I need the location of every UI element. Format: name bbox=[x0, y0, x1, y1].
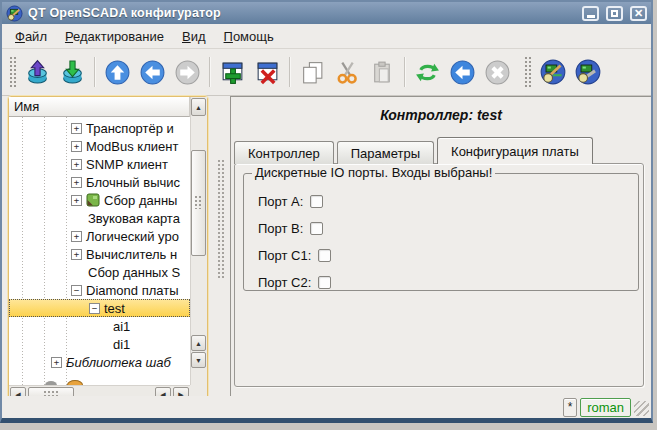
toolbar-separator bbox=[94, 57, 96, 87]
modified-indicator: * bbox=[563, 398, 577, 417]
menu-file[interactable]: Файл bbox=[8, 27, 54, 46]
tree-item-test-selected[interactable]: − test bbox=[9, 299, 190, 317]
stop-updating-button[interactable] bbox=[481, 54, 514, 90]
tree-item-sound-card[interactable]: Звуковая карта bbox=[9, 209, 190, 227]
close-button[interactable]: ✕ bbox=[630, 6, 647, 21]
nav-up-button[interactable] bbox=[101, 54, 134, 90]
tree-item-snmp[interactable]: + SNMP клиент bbox=[9, 155, 190, 173]
navigation-tree-panel: Имя + Транспортёр и + ModBus клиент + SN… bbox=[8, 96, 208, 402]
splitter-grip bbox=[217, 159, 224, 279]
tree-body: + Транспортёр и + ModBus клиент + SNMP к… bbox=[9, 117, 190, 385]
port-a-checkbox[interactable] bbox=[310, 195, 323, 208]
port-a-row: Порт A: bbox=[244, 188, 638, 215]
scroll-up-button[interactable]: ▲ bbox=[191, 335, 206, 351]
port-b-row: Порт B: bbox=[244, 215, 638, 242]
tab-board-configuration[interactable]: Конфигурация платы bbox=[437, 137, 593, 164]
groupbox-title: Дискретные IO порты. Входы выбраны! bbox=[252, 165, 495, 180]
refresh-icon bbox=[414, 59, 441, 86]
panel-splitter[interactable] bbox=[208, 96, 232, 402]
refresh-button[interactable] bbox=[411, 54, 444, 90]
port-c2-label: Порт C2: bbox=[258, 275, 311, 290]
tree-item-template-library[interactable]: + Библиотека шаб bbox=[9, 353, 190, 371]
page-title: Контроллер: test bbox=[231, 107, 651, 123]
port-c2-row: Порт C2: bbox=[244, 269, 638, 296]
port-c2-checkbox[interactable] bbox=[318, 276, 331, 289]
tree-item-logic-level[interactable]: + Логический уро bbox=[9, 227, 190, 245]
vertical-scroll-thumb[interactable] bbox=[191, 150, 206, 256]
app-window: QT OpenSCADA конфигуратор ✕ Файл Редакти… bbox=[0, 0, 653, 423]
data-acquisition-icon bbox=[86, 193, 100, 207]
tab-parameters[interactable]: Параметры bbox=[337, 141, 434, 164]
tree-item-transport[interactable]: + Транспортёр и bbox=[9, 119, 190, 137]
cut-icon bbox=[334, 59, 361, 86]
expand-plus-icon[interactable]: + bbox=[71, 231, 82, 242]
expand-plus-icon[interactable]: + bbox=[71, 159, 82, 170]
qtstarter-tools-button[interactable] bbox=[571, 54, 604, 90]
tree-vertical-scrollbar[interactable]: ▲ ▲ ▼ bbox=[190, 97, 207, 385]
app-icon bbox=[6, 5, 23, 22]
save-to-db-button[interactable] bbox=[56, 54, 89, 90]
load-from-db-icon bbox=[24, 59, 51, 86]
port-b-label: Порт B: bbox=[258, 221, 303, 236]
resize-grip[interactable] bbox=[634, 401, 649, 416]
tabbar: Контроллер Параметры Конфигурация платы bbox=[234, 137, 596, 164]
port-b-checkbox[interactable] bbox=[310, 222, 323, 235]
cut-item-button[interactable] bbox=[331, 54, 364, 90]
tree-item-ai1[interactable]: ai1 bbox=[9, 317, 190, 335]
save-to-db-icon bbox=[59, 59, 86, 86]
toolbar-separator bbox=[209, 57, 211, 87]
start-updating-icon bbox=[449, 59, 476, 86]
tree-item-block-calc[interactable]: + Блочный вычис bbox=[9, 173, 190, 191]
expand-plus-icon[interactable]: + bbox=[71, 177, 82, 188]
add-item-button[interactable] bbox=[216, 54, 249, 90]
paste-item-button[interactable] bbox=[366, 54, 399, 90]
nav-forward-button[interactable] bbox=[171, 54, 204, 90]
menu-view[interactable]: Вид bbox=[175, 27, 213, 46]
maximize-button[interactable] bbox=[606, 6, 623, 21]
titlebar[interactable]: QT OpenSCADA конфигуратор ✕ bbox=[2, 2, 651, 24]
menu-help[interactable]: Помощь bbox=[217, 27, 281, 46]
paste-icon bbox=[369, 59, 396, 86]
scroll-up-button[interactable]: ▲ bbox=[191, 98, 206, 116]
collapse-minus-icon[interactable]: − bbox=[89, 303, 100, 314]
tree-header-name[interactable]: Имя bbox=[9, 97, 190, 117]
toolbar bbox=[2, 49, 651, 96]
stop-updating-icon bbox=[484, 59, 511, 86]
expand-plus-icon[interactable]: + bbox=[71, 195, 82, 206]
tree-item-data-acquisition[interactable]: + Сбор данны bbox=[9, 191, 190, 209]
expand-plus-icon[interactable]: + bbox=[51, 357, 62, 368]
minimize-button[interactable] bbox=[582, 6, 599, 21]
copy-item-button[interactable] bbox=[296, 54, 329, 90]
nav-back-icon bbox=[139, 59, 166, 86]
maximize-icon bbox=[611, 10, 618, 17]
delete-item-button[interactable] bbox=[251, 54, 284, 90]
tree-item-diamond-boards[interactable]: − Diamond платы bbox=[9, 281, 190, 299]
window-title: QT OpenSCADA конфигуратор bbox=[28, 6, 575, 20]
tree-item-data-acq-s[interactable]: Сбор данных S bbox=[9, 263, 190, 281]
expand-plus-icon[interactable]: + bbox=[71, 249, 82, 260]
toolbar-separator bbox=[404, 57, 406, 87]
toolbar-drag-handle[interactable] bbox=[8, 55, 16, 89]
qtcfg-tools-button[interactable] bbox=[536, 54, 569, 90]
port-c1-checkbox[interactable] bbox=[318, 249, 331, 262]
expand-plus-icon[interactable]: + bbox=[71, 123, 82, 134]
collapse-minus-icon[interactable]: − bbox=[71, 285, 82, 296]
tab-controller[interactable]: Контроллер bbox=[234, 141, 334, 164]
start-updating-button[interactable] bbox=[446, 54, 479, 90]
scroll-down-button[interactable]: ▼ bbox=[191, 352, 206, 368]
menu-edit[interactable]: Редактирование bbox=[58, 27, 171, 46]
tree-item-calculator[interactable]: + Вычислитель н bbox=[9, 245, 190, 263]
toolbar-drag-handle[interactable] bbox=[523, 55, 531, 89]
tree-item-di1[interactable]: di1 bbox=[9, 335, 190, 353]
tree-item-modbus[interactable]: + ModBus клиент bbox=[9, 137, 190, 155]
nav-back-button[interactable] bbox=[136, 54, 169, 90]
close-icon: ✕ bbox=[634, 8, 643, 19]
expand-plus-icon[interactable]: + bbox=[71, 141, 82, 152]
tab-content: Дискретные IO порты. Входы выбраны! Порт… bbox=[234, 163, 644, 387]
discrete-io-groupbox: Дискретные IO порты. Входы выбраны! Порт… bbox=[243, 173, 639, 291]
qtcfg-tools-icon bbox=[539, 58, 567, 86]
add-item-icon bbox=[219, 59, 246, 86]
port-a-label: Порт A: bbox=[258, 194, 303, 209]
statusbar: * roman bbox=[2, 396, 651, 418]
load-from-db-button[interactable] bbox=[21, 54, 54, 90]
